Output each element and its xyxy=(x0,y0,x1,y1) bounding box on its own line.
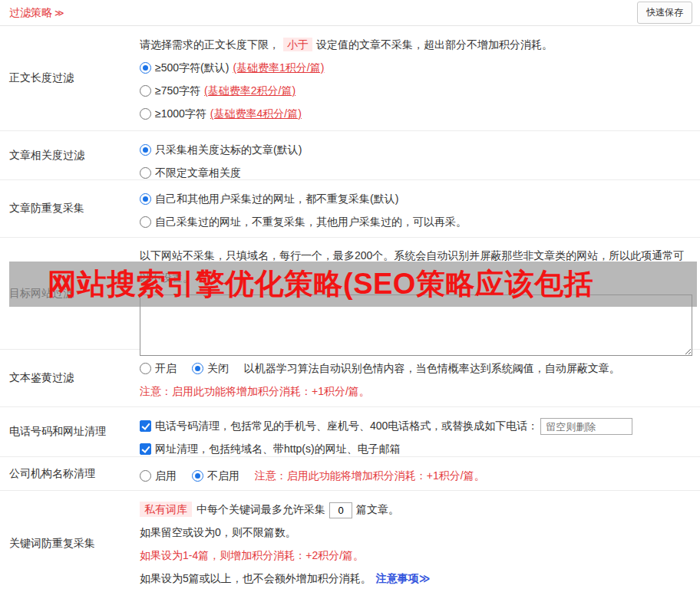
porn-option-off[interactable]: 关闭 xyxy=(192,362,229,374)
radio-icon xyxy=(140,470,151,482)
company-clean-label: 公司机构名称清理 xyxy=(0,457,130,490)
relevance-option-default[interactable]: 只采集相关度达标的文章(默认) xyxy=(140,138,692,161)
radio-icon xyxy=(140,216,151,228)
relevance-option-default-text: 只采集相关度达标的文章(默认) xyxy=(155,143,302,156)
length-option-500-text: ≥500字符(默认) xyxy=(155,61,229,74)
checkbox-icon xyxy=(140,443,151,455)
intro-before: 请选择需求的正文长度下限， xyxy=(140,38,279,51)
target-site-filter-content: 以下网站不采集，只填域名，每行一个，最多200个。系统会自动识别并屏蔽那些非文章… xyxy=(130,238,700,349)
porn-filter-options: 开启 关闭 以机器学习算法自动识别色情内容，当色情概率达到系统阈值，自动屏蔽文章… xyxy=(140,357,692,380)
dedup-option-all-users[interactable]: 自己和其他用户采集过的网址，都不重复采集(默认) xyxy=(140,187,692,210)
intro-after: 设定值的文章不采集，超出部分不增加积分消耗。 xyxy=(316,38,553,51)
notice-link[interactable]: 注意事项≫ xyxy=(376,572,431,584)
radio-icon xyxy=(140,85,151,97)
dedup-option-self-only-text: 自己采集过的网址，不重复采集，其他用户采集过的，可以再采。 xyxy=(155,216,467,228)
length-option-1000-note: (基础费率4积分/篇) xyxy=(210,107,302,120)
blocked-sites-textarea[interactable] xyxy=(140,294,692,356)
keyword-dedup-label: 关键词防重复采集 xyxy=(0,491,130,589)
length-filter-intro: 请选择需求的正文长度下限，小于设定值的文章不采集，超出部分不增加积分消耗。 xyxy=(140,33,692,56)
length-option-1000-text: ≥1000字符 xyxy=(155,107,206,120)
length-option-500[interactable]: ≥500字符(默认)(基础费率1积分/篇) xyxy=(140,56,692,79)
url-clean-text: 网址清理，包括纯域名、带http(s)的网址、电子邮箱 xyxy=(155,443,401,455)
keyword-dedup-line1: 私有词库中每个关键词最多允许采集篇文章。 xyxy=(140,498,692,521)
radio-icon xyxy=(140,62,151,74)
intro-highlight: 小于 xyxy=(283,38,312,51)
keyword-dedup-line4-text: 如果设为5篇或以上，也不会额外增加积分消耗。 xyxy=(140,572,371,584)
company-option-disable[interactable]: 不启用 xyxy=(192,469,239,482)
replacement-phone-input[interactable] xyxy=(540,418,632,435)
private-lexicon-tag: 私有词库 xyxy=(140,502,192,517)
radio-icon xyxy=(140,363,151,374)
porn-filter-content: 开启 关闭 以机器学习算法自动识别色情内容，当色情概率达到系统阈值，自动屏蔽文章… xyxy=(130,350,700,406)
article-dedup-content: 自己和其他用户采集过的网址，都不重复采集(默认) 自己采集过的网址，不重复采集，… xyxy=(130,180,700,237)
phone-url-clean-content: 电话号码清理，包括常见的手机号、座机号、400电话格式，或替换成如下电话： 网址… xyxy=(130,407,700,456)
company-option-enable[interactable]: 启用 xyxy=(140,469,177,482)
porn-filter-note: 注意：启用此功能将增加积分消耗：+1积分/篇。 xyxy=(140,380,692,403)
article-dedup-label: 文章防重复采集 xyxy=(0,180,130,237)
length-option-750-text: ≥750字符 xyxy=(155,84,200,97)
page-title-text: 过滤策略 xyxy=(9,6,52,18)
filter-strategy-page: 过滤策略≫ 快速保存 正文长度过滤 请选择需求的正文长度下限，小于设定值的文章不… xyxy=(0,0,700,589)
max-articles-input[interactable] xyxy=(329,502,352,518)
row-keyword-dedup: 关键词防重复采集 私有词库中每个关键词最多允许采集篇文章。 如果留空或设为0，则… xyxy=(0,491,700,589)
keyword-dedup-line1-mid: 中每个关键词最多允许采集 xyxy=(196,503,325,515)
keyword-dedup-line1-end: 篇文章。 xyxy=(356,503,399,515)
row-length-filter: 正文长度过滤 请选择需求的正文长度下限，小于设定值的文章不采集，超出部分不增加积… xyxy=(0,26,700,131)
header-bar: 过滤策略≫ 快速保存 xyxy=(0,0,700,26)
page-title[interactable]: 过滤策略≫ xyxy=(9,6,64,20)
length-option-750-note: (基础费率2积分/篇) xyxy=(204,84,296,97)
porn-option-on-text: 开启 xyxy=(155,362,177,374)
row-company-clean: 公司机构名称清理 启用 不启用 注意：启用此功能将增加积分消耗：+1积分/篇。 xyxy=(0,457,700,491)
keyword-dedup-line3: 如果设为1-4篇，则增加积分消耗：+2积分/篇。 xyxy=(140,544,692,567)
porn-filter-label: 文本鉴黄过滤 xyxy=(0,350,130,406)
dedup-option-self-only[interactable]: 自己采集过的网址，不重复采集，其他用户采集过的，可以再采。 xyxy=(140,210,692,233)
phone-clean-option[interactable]: 电话号码清理，包括常见的手机号、座机号、400电话格式，或替换成如下电话： xyxy=(140,414,692,437)
phone-clean-text: 电话号码清理，包括常见的手机号、座机号、400电话格式，或替换成如下电话： xyxy=(155,420,538,432)
length-filter-content: 请选择需求的正文长度下限，小于设定值的文章不采集，超出部分不增加积分消耗。 ≥5… xyxy=(130,26,700,130)
radio-icon xyxy=(192,363,203,374)
chevron-icon: ≫ xyxy=(54,8,64,18)
company-clean-content: 启用 不启用 注意：启用此功能将增加积分消耗：+1积分/篇。 xyxy=(130,457,700,490)
target-site-filter-label: 目标网站过滤 xyxy=(0,238,130,349)
radio-icon xyxy=(140,108,151,120)
porn-filter-desc: 以机器学习算法自动识别色情内容，当色情概率达到系统阈值，自动屏蔽文章。 xyxy=(244,362,620,374)
row-relevance-filter: 文章相关度过滤 只采集相关度达标的文章(默认) 不限定文章相关度 xyxy=(0,131,700,180)
company-option-disable-text: 不启用 xyxy=(207,469,239,482)
radio-icon xyxy=(140,193,151,205)
company-clean-options: 启用 不启用 注意：启用此功能将增加积分消耗：+1积分/篇。 xyxy=(140,464,692,487)
target-site-filter-desc: 以下网站不采集，只填域名，每行一个，最多200个。系统会自动识别并屏蔽那些非文章… xyxy=(140,245,692,289)
keyword-dedup-line4: 如果设为5篇或以上，也不会额外增加积分消耗。注意事项≫ xyxy=(140,567,692,589)
relevance-filter-content: 只采集相关度达标的文章(默认) 不限定文章相关度 xyxy=(130,131,700,179)
radio-icon xyxy=(140,144,151,156)
length-option-1000[interactable]: ≥1000字符(基础费率4积分/篇) xyxy=(140,102,692,125)
relevance-filter-label: 文章相关度过滤 xyxy=(0,131,130,179)
phone-url-clean-label: 电话号码和网址清理 xyxy=(0,407,130,456)
length-option-750[interactable]: ≥750字符(基础费率2积分/篇) xyxy=(140,79,692,102)
length-filter-label: 正文长度过滤 xyxy=(0,26,130,130)
porn-option-off-text: 关闭 xyxy=(207,362,229,374)
row-porn-filter: 文本鉴黄过滤 开启 关闭 以机器学习算法自动识别色情内容，当色情概率达到系统阈值… xyxy=(0,350,700,407)
keyword-dedup-line2: 如果留空或设为0，则不限篇数。 xyxy=(140,521,692,544)
company-option-enable-text: 启用 xyxy=(155,469,177,482)
dedup-option-all-users-text: 自己和其他用户采集过的网址，都不重复采集(默认) xyxy=(155,192,398,205)
relevance-option-unlimited-text: 不限定文章相关度 xyxy=(155,166,241,179)
keyword-dedup-content: 私有词库中每个关键词最多允许采集篇文章。 如果留空或设为0，则不限篇数。 如果设… xyxy=(130,491,700,589)
row-phone-url-clean: 电话号码和网址清理 电话号码清理，包括常见的手机号、座机号、400电话格式，或替… xyxy=(0,407,700,457)
porn-option-on[interactable]: 开启 xyxy=(140,362,177,374)
checkbox-icon xyxy=(140,420,151,432)
radio-icon xyxy=(140,167,151,179)
company-clean-note: 注意：启用此功能将增加积分消耗：+1积分/篇。 xyxy=(255,469,485,482)
quick-save-button[interactable]: 快速保存 xyxy=(637,2,692,24)
length-option-500-note: (基础费率1积分/篇) xyxy=(233,61,324,74)
radio-icon xyxy=(192,470,203,482)
row-article-dedup: 文章防重复采集 自己和其他用户采集过的网址，都不重复采集(默认) 自己采集过的网… xyxy=(0,180,700,238)
row-target-site-filter: 目标网站过滤 以下网站不采集，只填域名，每行一个，最多200个。系统会自动识别并… xyxy=(0,238,700,350)
